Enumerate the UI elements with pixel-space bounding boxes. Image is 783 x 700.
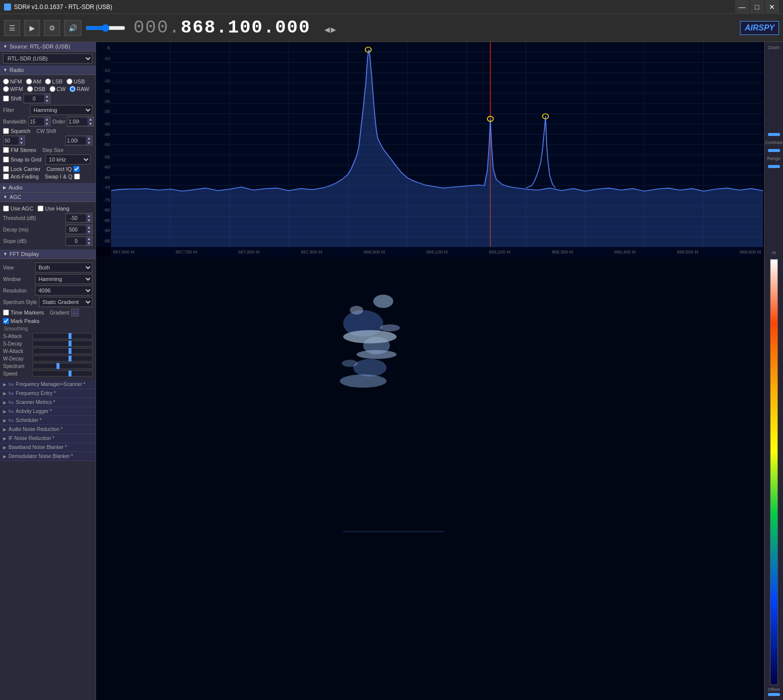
mode-lsb-radio[interactable]: [45, 78, 51, 84]
squelch-spinbox[interactable]: ▲ ▼: [3, 136, 25, 146]
sl-down-btn[interactable]: ▼: [86, 241, 92, 246]
title-bar-controls[interactable]: — □ ✕: [735, 0, 779, 14]
fft-window-select[interactable]: Hamming: [35, 274, 92, 284]
slope-input[interactable]: [66, 238, 86, 244]
dec-down-btn[interactable]: ▼: [86, 230, 92, 234]
mode-dsb-radio[interactable]: [27, 86, 33, 92]
mode-dsb[interactable]: DSB: [27, 86, 46, 92]
fft-section-header[interactable]: ▼ FFT Display: [0, 250, 96, 259]
bw-down-btn[interactable]: ▼: [44, 122, 50, 126]
time-markers-label[interactable]: Time Markers: [3, 310, 44, 316]
snap-to-grid-checkbox[interactable]: [3, 156, 9, 162]
mode-lsb[interactable]: LSB: [45, 78, 62, 84]
spectrum-slider[interactable]: [32, 363, 92, 369]
decay-spinbox[interactable]: ▲ ▼: [66, 224, 92, 234]
plugin-demodulator-blanker[interactable]: ▶ Demodulator Noise Blanker *: [0, 452, 96, 461]
audio-section-header[interactable]: ▶ Audio: [0, 183, 96, 192]
swap-iq-checkbox[interactable]: [74, 174, 80, 180]
plugin-if-noise[interactable]: ▶ IF Noise Reduction *: [0, 434, 96, 443]
filter-select[interactable]: Hamming: [30, 105, 92, 115]
mode-usb-radio[interactable]: [66, 78, 72, 84]
speed-slider[interactable]: [32, 370, 92, 376]
fft-resolution-select[interactable]: 4096: [35, 286, 92, 296]
w-decay-slider[interactable]: [32, 356, 92, 362]
order-up-btn[interactable]: ▲: [88, 117, 94, 122]
fm-stereo-checkbox[interactable]: [3, 147, 9, 153]
plugin-scanner-metrics[interactable]: ▶ fre Scanner Metrics *: [0, 398, 96, 407]
order-down-btn[interactable]: ▼: [88, 122, 94, 126]
plugin-audio-noise[interactable]: ▶ Audio Noise Reduction *: [0, 425, 96, 434]
sq-down-btn[interactable]: ▼: [18, 140, 24, 145]
fft-view-select[interactable]: Both Spectrum Waterfall: [35, 262, 92, 272]
use-hang-label[interactable]: Use Hang: [38, 206, 70, 212]
correct-iq-label[interactable]: Correct IQ: [46, 166, 80, 172]
cwshift-spinbox[interactable]: ▲ ▼: [66, 136, 92, 146]
shift-down-btn[interactable]: ▼: [44, 98, 50, 103]
thr-down-btn[interactable]: ▼: [86, 218, 92, 222]
range-slider-h[interactable]: [768, 165, 780, 168]
mode-nfm[interactable]: NFM: [3, 78, 22, 84]
settings-button[interactable]: ⚙: [44, 20, 60, 36]
gradient-button[interactable]: …: [71, 308, 79, 316]
shift-checkbox-label[interactable]: Shift: [3, 96, 22, 102]
time-markers-checkbox[interactable]: [3, 310, 9, 316]
mode-am-radio[interactable]: [26, 78, 32, 84]
mode-raw[interactable]: RAW: [70, 86, 89, 92]
offset-slider-h[interactable]: [768, 693, 780, 696]
mode-raw-radio[interactable]: [70, 86, 76, 92]
bandwidth-input[interactable]: [29, 118, 44, 125]
mode-cw-radio[interactable]: [50, 86, 56, 92]
swap-iq-label[interactable]: Swap I & Q: [44, 174, 80, 180]
mode-cw[interactable]: CW: [50, 86, 66, 92]
mode-wfm[interactable]: WFM: [3, 86, 23, 92]
plugin-scheduler[interactable]: ▶ fre Scheduler *: [0, 416, 96, 425]
mode-nfm-radio[interactable]: [3, 78, 9, 84]
step-select[interactable]: 10 kHz: [46, 154, 90, 164]
play-button[interactable]: ▶: [24, 20, 40, 36]
squelch-checkbox[interactable]: [3, 128, 9, 134]
fm-stereo-label[interactable]: FM Stereo: [3, 147, 36, 153]
freq-arrows[interactable]: ◀▶: [324, 25, 338, 35]
correct-iq-checkbox[interactable]: [74, 166, 80, 172]
decay-input[interactable]: [66, 226, 86, 233]
use-agc-checkbox[interactable]: [3, 206, 9, 212]
bandwidth-spinbox[interactable]: ▲ ▼: [28, 116, 50, 126]
plugin-freq-entry[interactable]: ▶ fre Frequency Entry *: [0, 389, 96, 398]
audio-button[interactable]: 🔊: [64, 20, 82, 36]
snap-to-grid-label[interactable]: Snap to Grid: [3, 156, 42, 162]
threshold-input[interactable]: [66, 215, 86, 222]
threshold-spinbox[interactable]: ▲ ▼: [66, 213, 92, 223]
squelch-input[interactable]: [4, 138, 18, 144]
w-attack-slider[interactable]: [32, 348, 92, 354]
close-button[interactable]: ✕: [765, 0, 779, 14]
plugin-activity-logger[interactable]: ▶ fre Activity Logger *: [0, 407, 96, 416]
source-select[interactable]: RTL-SDR (USB): [3, 54, 92, 64]
mode-am[interactable]: AM: [26, 78, 42, 84]
contrast-slider-h[interactable]: [768, 149, 780, 152]
plugin-baseband-blanker[interactable]: ▶ Baseband Noise Blanker *: [0, 443, 96, 452]
s-attack-slider[interactable]: [32, 333, 92, 339]
fft-style-select[interactable]: Static Gradient: [39, 297, 92, 307]
cwshift-input[interactable]: [66, 138, 86, 144]
shift-checkbox[interactable]: [3, 96, 9, 102]
plugin-freq-manager[interactable]: ▶ fre Frequency Manager+Scanner *: [0, 380, 96, 389]
use-agc-label[interactable]: Use AGC: [3, 206, 34, 212]
cws-down-btn[interactable]: ▼: [86, 140, 92, 145]
thr-up-btn[interactable]: ▲: [86, 214, 92, 218]
order-spinbox[interactable]: ▲ ▼: [67, 116, 94, 126]
use-hang-checkbox[interactable]: [38, 206, 44, 212]
radio-section-header[interactable]: ▼ Radio: [0, 66, 96, 75]
mark-peaks-checkbox[interactable]: [3, 318, 9, 324]
slope-spinbox[interactable]: ▲ ▼: [66, 236, 92, 246]
freq-slider[interactable]: [86, 23, 126, 33]
lock-carrier-checkbox[interactable]: [3, 166, 9, 172]
shift-input[interactable]: [24, 96, 44, 102]
mode-usb[interactable]: USB: [66, 78, 85, 84]
lock-carrier-label[interactable]: Lock Carrier: [3, 166, 40, 172]
shift-spinbox[interactable]: ▲ ▼: [24, 94, 50, 104]
zoom-slider-h[interactable]: [768, 133, 780, 136]
dec-up-btn[interactable]: ▲: [86, 225, 92, 230]
sl-up-btn[interactable]: ▲: [86, 236, 92, 241]
s-decay-slider[interactable]: [32, 340, 92, 346]
mark-peaks-label[interactable]: Mark Peaks: [3, 318, 40, 324]
